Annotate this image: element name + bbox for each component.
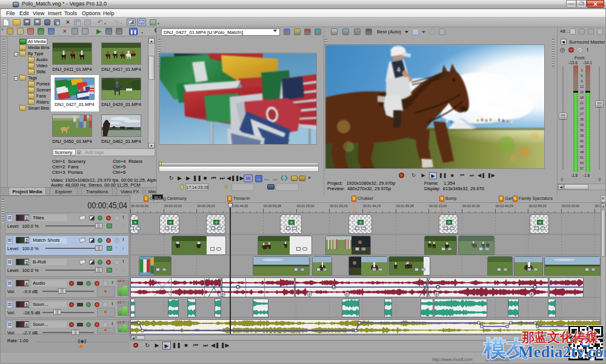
svg-text:Media2tv.com: Media2tv.com xyxy=(518,343,606,361)
svg-text:那蓝文化传媒: 那蓝文化传媒 xyxy=(521,330,598,344)
